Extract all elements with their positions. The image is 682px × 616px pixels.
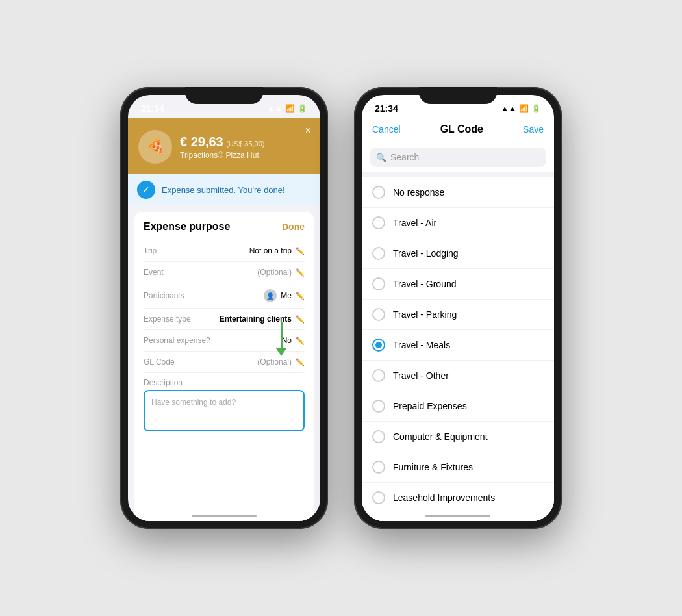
radio-button[interactable] — [372, 400, 385, 413]
list-item[interactable]: Prepaid Expenses — [362, 391, 554, 422]
cancel-button[interactable]: Cancel — [372, 124, 401, 135]
gl-item-label: No response — [393, 187, 444, 198]
phone-1-screen: 21:34 ▲▲ 📶 🔋 × 🍕 — [128, 95, 320, 521]
gl-item-label: Leasehold Improvements — [393, 493, 495, 503]
list-item[interactable]: Computer & Equipment — [362, 422, 554, 452]
radio-button[interactable] — [372, 491, 385, 504]
search-bar: 🔍 Search — [362, 142, 554, 172]
status-icons-2: ▲▲ 📶 🔋 — [501, 104, 541, 113]
phone2-content: Cancel GL Code Save 🔍 Search No response… — [362, 118, 554, 521]
phone1-content: × 🍕 € 29,63 (US$ 35,00) Tripactions® Piz… — [128, 118, 320, 521]
radio-button[interactable] — [372, 369, 385, 382]
trip-text: Not on a trip — [249, 246, 292, 255]
list-item[interactable]: Furniture & Fixtures — [362, 452, 554, 483]
list-item[interactable]: Leasehold Improvements — [362, 483, 554, 513]
expense-type-edit-icon[interactable]: ✏️ — [296, 315, 305, 324]
radio-button[interactable] — [372, 430, 385, 443]
expense-icon-circle: 🍕 — [138, 130, 172, 164]
gl-code-value: (Optional) ✏️ — [257, 357, 305, 366]
save-button[interactable]: Save — [523, 124, 544, 135]
close-button[interactable]: × — [305, 125, 311, 136]
phone-1: 21:34 ▲▲ 📶 🔋 × 🍕 — [120, 87, 328, 529]
status-time-2: 21:34 — [375, 103, 398, 114]
signal-icon-2: ▲▲ — [501, 104, 516, 113]
expense-purpose-card: Expense purpose Done Trip Not on a trip … — [134, 212, 314, 521]
personal-expense-label: Personal expense? — [144, 336, 210, 345]
nav-bar: Cancel GL Code Save — [362, 118, 554, 142]
trip-row[interactable]: Trip Not on a trip ✏️ — [144, 240, 305, 262]
personal-expense-edit-icon[interactable]: ✏️ — [296, 337, 305, 345]
radio-button[interactable] — [372, 308, 385, 321]
radio-button[interactable] — [372, 461, 385, 474]
participants-value: 👤 Me ✏️ — [264, 289, 305, 302]
expense-usd: (US$ 35,00) — [226, 140, 264, 148]
submitted-text: Expense submitted. You're done! — [162, 185, 285, 195]
radio-button[interactable] — [372, 216, 385, 229]
expense-header: × 🍕 € 29,63 (US$ 35,00) Tripactions® Piz… — [128, 118, 320, 174]
list-item[interactable]: Travel - Parking — [362, 300, 554, 330]
description-placeholder: Have something to add? — [151, 398, 236, 407]
search-icon: 🔍 — [376, 153, 386, 162]
gl-code-list: No responseTravel - AirTravel - LodgingT… — [362, 177, 554, 521]
receipt-icon: 🍕 — [147, 138, 164, 155]
radio-button[interactable] — [372, 339, 385, 352]
wifi-icon-1: 📶 — [285, 104, 295, 113]
expense-amount: € 29,63 — [180, 135, 223, 149]
list-item[interactable]: Travel - Ground — [362, 269, 554, 300]
done-button[interactable]: Done — [282, 222, 305, 232]
gl-item-label: Computer & Equipment — [393, 431, 488, 442]
participants-text: Me — [281, 291, 292, 300]
phones-container: 21:34 ▲▲ 📶 🔋 × 🍕 — [120, 87, 562, 529]
signal-icon-1: ▲▲ — [267, 104, 283, 113]
participants-row[interactable]: Participants 👤 Me ✏️ — [144, 283, 305, 309]
search-input-wrap[interactable]: 🔍 Search — [370, 148, 546, 167]
personal-expense-row[interactable]: Personal expense? No ✏️ — [144, 330, 305, 352]
event-text: (Optional) — [257, 268, 292, 277]
notch-2 — [419, 87, 497, 104]
list-item[interactable]: No response — [362, 177, 554, 208]
phone-2-screen: 21:34 ▲▲ 📶 🔋 Cancel GL Code Save 🔍 — [362, 95, 554, 521]
participants-edit-icon[interactable]: ✏️ — [296, 292, 305, 300]
gl-item-label: Travel - Other — [393, 370, 449, 381]
event-label: Event — [144, 268, 164, 277]
gl-item-label: Travel - Meals — [393, 340, 450, 350]
notch-1 — [185, 87, 263, 104]
trip-edit-icon[interactable]: ✏️ — [296, 247, 305, 255]
gl-item-label: Prepaid Expenses — [393, 401, 467, 411]
expense-amount-row: € 29,63 (US$ 35,00) — [180, 135, 265, 149]
gl-item-label: Travel - Ground — [393, 279, 457, 289]
radio-button[interactable] — [372, 186, 385, 199]
expense-header-row: 🍕 € 29,63 (US$ 35,00) Tripactions® Pizza… — [138, 130, 310, 164]
gl-item-label: Furniture & Fixtures — [393, 462, 473, 472]
card-header: Expense purpose Done — [144, 221, 305, 233]
home-indicator-2 — [425, 515, 490, 517]
check-icon: ✓ — [142, 185, 150, 195]
list-item[interactable]: Travel - Other — [362, 361, 554, 391]
expense-type-value: Entertaining clients ✏️ — [220, 314, 305, 324]
expense-type-label: Expense type — [144, 314, 191, 324]
event-row[interactable]: Event (Optional) ✏️ — [144, 262, 305, 283]
status-time-1: 21:34 — [141, 103, 164, 114]
green-arrow — [276, 322, 286, 356]
list-item[interactable]: Travel - Meals — [362, 330, 554, 361]
list-item[interactable]: Travel - Lodging — [362, 238, 554, 269]
list-item[interactable]: Travel - Air — [362, 208, 554, 238]
description-input[interactable]: Have something to add? — [144, 390, 305, 431]
description-section: Description Have something to add? — [144, 378, 305, 431]
gl-item-label: Travel - Parking — [393, 309, 457, 320]
radio-button[interactable] — [372, 277, 385, 290]
trip-label: Trip — [144, 246, 157, 255]
gl-code-title: GL Code — [440, 123, 483, 135]
participants-label: Participants — [144, 291, 184, 300]
wifi-icon-2: 📶 — [519, 104, 529, 113]
home-indicator-1 — [192, 515, 257, 517]
gl-code-label: GL Code — [144, 357, 175, 366]
card-title: Expense purpose — [144, 221, 230, 233]
search-input[interactable]: Search — [390, 152, 419, 162]
event-edit-icon[interactable]: ✏️ — [296, 268, 305, 277]
radio-button[interactable] — [372, 247, 385, 260]
gl-code-edit-icon[interactable]: ✏️ — [296, 358, 305, 366]
expense-merchant: Tripactions® Pizza Hut — [180, 151, 265, 160]
submitted-banner: ✓ Expense submitted. You're done! — [128, 174, 320, 205]
battery-icon-1: 🔋 — [297, 104, 307, 113]
